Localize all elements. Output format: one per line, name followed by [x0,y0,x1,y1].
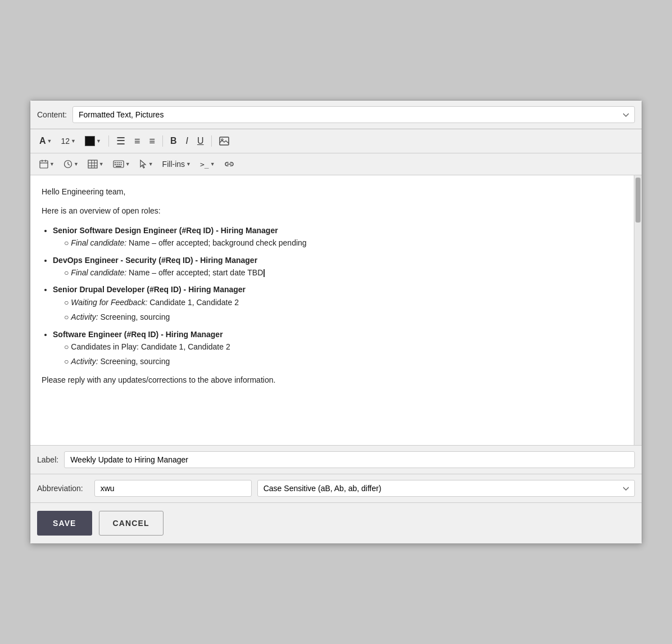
abbreviation-label: Abbreviation: [37,484,83,493]
intro: Here is an overview of open roles: [42,205,630,217]
font-size-label: 12 [61,137,70,146]
role-title-2: DevOps Engineer - Security (#Req ID) - H… [53,256,257,265]
sub-list-4: Candidates in Play: Candidate 1, Candida… [64,341,630,368]
calendar-icon [39,160,48,169]
cursor-icon [139,159,147,169]
sub-item: Activity: Screening, sourcing [64,355,630,368]
scrollbar[interactable] [634,175,642,445]
clock-arrow: ▼ [74,161,79,167]
separator-2 [162,135,163,147]
calendar-btn[interactable]: ▼ [36,157,58,171]
link-icon [224,160,234,168]
svg-rect-23 [116,166,121,167]
role-title-3: Senior Drupal Developer (#Req ID) - Hiri… [53,285,246,294]
bold-btn[interactable]: B [167,134,180,148]
svg-rect-15 [115,162,116,164]
sub-item: Final candidate: Name – offer accepted; … [64,237,630,249]
sub-item: Candidates in Play: Candidate 1, Candida… [64,341,630,353]
link-btn[interactable] [221,158,238,170]
footer-text: Please reply with any updates/correction… [42,374,630,386]
list-item: Software Engineer (#Req ID) - Hiring Man… [53,328,630,368]
svg-line-8 [68,164,70,165]
italic-btn[interactable]: I [183,134,192,148]
table-icon [88,160,98,169]
align-center-btn[interactable]: ≡ [131,133,144,149]
fillins-label: Fill-ins [162,160,185,169]
svg-rect-19 [115,164,116,165]
abbreviation-row: Abbreviation: Case Sensitive (aB, Ab, ab… [30,474,642,503]
dialog: Content: Formatted Text, Pictures A ▼ 12… [30,100,642,544]
align-left-btn[interactable]: ☰ [113,133,129,149]
image-icon [219,137,229,146]
sub-item: Activity: Screening, sourcing [64,311,630,323]
label-field-label: Label: [37,455,58,464]
svg-rect-21 [119,164,120,165]
font-icon: A [39,136,46,146]
save-button[interactable]: SAVE [37,511,92,536]
font-size-btn[interactable]: 12 ▼ [57,134,79,148]
cursor-arrow: ▼ [148,161,153,167]
case-select[interactable]: Case Sensitive (aB, Ab, ab, differ) [257,480,635,497]
clock-icon [63,160,72,169]
align-right-btn[interactable]: ≡ [146,133,158,149]
abbreviation-input[interactable] [94,480,252,497]
list-item: Senior Software Design Engineer (#Req ID… [53,224,630,250]
font-family-btn[interactable]: A ▼ [36,134,55,148]
table-arrow: ▼ [99,161,104,167]
svg-rect-2 [40,161,48,168]
sub-list-1: Final candidate: Name – offer accepted; … [64,237,630,249]
cursor-btn[interactable]: ▼ [136,157,157,171]
cancel-button[interactable]: CANCEL [99,511,164,536]
toolbar-insert: ▼ ▼ ▼ [30,153,642,175]
font-size-arrow: ▼ [71,138,76,144]
color-swatch [85,136,95,146]
toolbar-formatting: A ▼ 12 ▼ ▼ ☰ ≡ ≡ B I U [30,129,642,153]
svg-rect-17 [119,162,120,164]
list-item: DevOps Engineer - Security (#Req ID) - H… [53,254,630,279]
fillins-btn[interactable]: Fill-ins ▼ [159,157,194,171]
label-input[interactable] [64,451,635,468]
code-arrow: ▼ [210,161,215,167]
font-family-arrow: ▼ [47,138,52,144]
editor-wrapper: Hello Engineering team, Here is an overv… [30,175,642,446]
content-type-select[interactable]: Formatted Text, Pictures [72,106,635,123]
insert-image-btn[interactable] [216,134,233,148]
code-label: >_ [200,160,209,169]
separator-3 [211,135,212,147]
sub-item: Final candidate: Name – offer accepted; … [64,266,630,279]
color-arrow: ▼ [96,138,101,144]
label-row: Label: [30,446,642,474]
clock-btn[interactable]: ▼ [60,157,82,171]
fillins-arrow: ▼ [186,161,191,167]
greeting: Hello Engineering team, [42,185,630,198]
underline-btn[interactable]: U [194,134,207,148]
content-label: Content: [37,110,67,119]
svg-point-1 [221,139,223,140]
svg-rect-22 [120,164,121,165]
list-item: Senior Drupal Developer (#Req ID) - Hiri… [53,283,630,323]
editor-area[interactable]: Hello Engineering team, Here is an overv… [30,175,642,445]
buttons-row: SAVE CANCEL [30,503,642,543]
code-btn[interactable]: >_ ▼ [197,158,219,171]
scrollbar-thumb [635,178,641,223]
calendar-arrow: ▼ [49,161,55,167]
sub-item: Waiting for Feedback: Candidate 1, Candi… [64,296,630,309]
svg-rect-16 [116,162,117,164]
sub-list-3: Waiting for Feedback: Candidate 1, Candi… [64,296,630,324]
svg-rect-9 [88,160,97,168]
sub-list-2: Final candidate: Name – offer accepted; … [64,266,630,279]
font-color-btn[interactable]: ▼ [81,134,105,148]
role-title-1: Senior Software Design Engineer (#Req ID… [53,226,278,235]
keyboard-arrow: ▼ [125,161,130,167]
separator-1 [108,135,109,147]
keyboard-btn[interactable]: ▼ [110,158,134,170]
svg-rect-20 [116,164,117,165]
role-title-4: Software Engineer (#Req ID) - Hiring Man… [53,330,223,339]
keyboard-icon [113,160,124,168]
table-btn[interactable]: ▼ [84,157,107,171]
roles-list: Senior Software Design Engineer (#Req ID… [53,224,630,368]
content-row: Content: Formatted Text, Pictures [30,101,642,129]
svg-rect-18 [120,162,121,164]
